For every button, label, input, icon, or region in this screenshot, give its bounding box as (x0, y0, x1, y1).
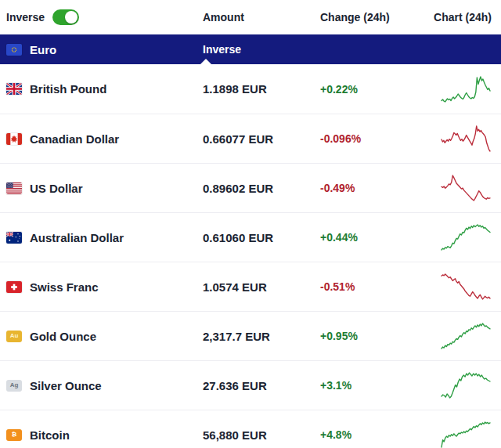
column-header-chart: Chart (24h) (434, 11, 492, 23)
amount-value: 0.66077 EUR (203, 132, 320, 146)
change-value: +4.8% (320, 428, 434, 441)
inverse-toggle[interactable] (52, 9, 79, 25)
us-flag-icon (6, 182, 22, 194)
sparkline-chart (440, 174, 492, 202)
switzerland-flag-icon (6, 281, 22, 293)
sparkline-chart (440, 273, 492, 301)
sparkline-chart (440, 322, 492, 350)
currency-name: Canadian Dollar (30, 132, 119, 146)
change-value: +0.44% (320, 231, 434, 244)
bitcoin-badge-icon: ₿ (6, 429, 22, 441)
amount-value: 1.0574 EUR (203, 280, 320, 294)
sparkline-chart (440, 371, 492, 399)
eu-flag-icon (6, 44, 22, 56)
australia-flag-icon (6, 232, 22, 244)
change-value: -0.096% (320, 132, 434, 145)
canada-flag-icon (6, 133, 22, 145)
amount-value: 1.1898 EUR (203, 82, 320, 96)
currency-row-canadian-dollar[interactable]: Canadian Dollar 0.66077 EUR -0.096% (0, 114, 501, 163)
sparkline-chart (440, 421, 492, 448)
currency-name: Australian Dollar (30, 231, 124, 244)
currency-row-us-dollar[interactable]: US Dollar 0.89602 EUR -0.49% (0, 163, 501, 212)
sparkline-chart (440, 223, 492, 251)
currency-row-gold-ounce[interactable]: Au Gold Ounce 2,317.7 EUR +0.95% (0, 311, 501, 360)
column-header-change: Change (24h) (320, 11, 434, 23)
change-value: +3.1% (320, 379, 434, 392)
silver-badge-icon: Ag (6, 380, 22, 392)
table-header: Inverse Amount Change (24h) Chart (24h) (0, 0, 501, 34)
amount-value: 56,880 EUR (203, 428, 320, 442)
currency-row-bitcoin[interactable]: ₿ Bitcoin 56,880 EUR +4.8% (0, 410, 501, 448)
amount-value: 0.61060 EUR (203, 231, 320, 244)
change-value: -0.49% (320, 182, 434, 194)
uk-flag-icon (6, 83, 22, 95)
currency-name: US Dollar (30, 182, 83, 195)
change-value: -0.51% (320, 280, 434, 293)
sparkline-chart (440, 125, 492, 153)
amount-value: 2,317.7 EUR (203, 330, 320, 343)
currency-name: British Pound (30, 82, 106, 96)
change-value: +0.22% (320, 83, 434, 96)
currency-name: Swiss Franc (30, 280, 99, 294)
pointer-notch (200, 59, 211, 64)
currency-row-british-pound[interactable]: British Pound 1.1898 EUR +0.22% (0, 64, 501, 114)
currency-rates-table: Inverse Amount Change (24h) Chart (24h) (0, 0, 501, 448)
currency-name: Silver Ounce (30, 379, 102, 392)
currency-name: Gold Ounce (30, 330, 96, 343)
inverse-label: Inverse (6, 11, 45, 23)
change-value: +0.95% (320, 330, 434, 342)
gold-badge-icon: Au (6, 331, 22, 342)
currency-row-australian-dollar[interactable]: Australian Dollar 0.61060 EUR +0.44% (0, 212, 501, 262)
base-currency-bar: Euro Inverse (0, 34, 501, 64)
sparkline-chart (440, 75, 492, 103)
column-header-amount: Amount (203, 11, 320, 23)
base-currency-name: Euro (30, 43, 56, 56)
amount-value: 27.636 EUR (203, 379, 320, 392)
currency-row-swiss-franc[interactable]: Swiss Franc 1.0574 EUR -0.51% (0, 262, 501, 311)
currency-row-silver-ounce[interactable]: Ag Silver Ounce 27.636 EUR +3.1% (0, 360, 501, 410)
amount-value: 0.89602 EUR (203, 182, 320, 195)
toggle-knob (65, 11, 77, 23)
base-inverse-label: Inverse (203, 43, 320, 56)
currency-name: Bitcoin (30, 428, 70, 442)
